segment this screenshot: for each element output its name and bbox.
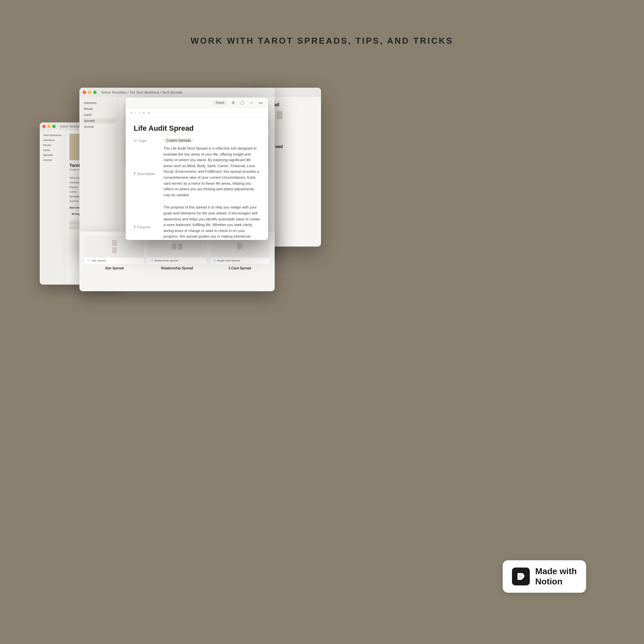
main-sidebar: Intentions Rituals Cards Spreads Journal (79, 97, 119, 250)
description-text: The Life Audit Tarot Spread is a reflect… (163, 146, 260, 198)
grid-icon[interactable]: ⊞ (230, 100, 236, 106)
notion-badge: Made with Notion (503, 560, 586, 593)
expand-dot[interactable] (52, 125, 56, 128)
nav-up-icon[interactable]: ∧ (143, 111, 145, 115)
nav-down-icon[interactable]: ∨ (148, 111, 150, 115)
modal-window: Share ⊞ 🕐 ☆ ••• ⤢ ‹ › ∧ ∨ Life Audit Spr… (126, 98, 268, 240)
sidebar-item-rituals[interactable]: Rituals (82, 106, 116, 112)
close-dot[interactable] (42, 125, 46, 128)
modal-page-title: Life Audit Spread (134, 124, 260, 133)
notion-logo-icon (512, 568, 530, 585)
sidebar-item-rituals[interactable]: Rituals (42, 143, 64, 147)
svg-rect-3 (519, 577, 522, 577)
single-card-spread-title: 1-Card Spread (210, 266, 269, 270)
document-icon: 📄 (87, 259, 91, 262)
type-label: 🏷 Type (134, 138, 163, 143)
text-icon: ¶ (134, 172, 136, 176)
description-label: ¶ Description (134, 146, 163, 202)
star-spread-label: Star Spread (92, 259, 106, 262)
clock-icon[interactable]: 🕐 (239, 100, 246, 106)
small-sidebar: Tarot Workbook Intentions Rituals Cards … (40, 130, 66, 285)
spread-dot (277, 111, 283, 119)
star-spread-info: 📄 Star Spread (85, 257, 144, 264)
badge-line2: Notion (535, 576, 577, 587)
star-dot (112, 240, 117, 246)
purpose-label: ¶ Purpose (134, 205, 163, 240)
minimize-dot[interactable] (47, 125, 51, 128)
type-value[interactable]: Custom Spreads (163, 138, 193, 143)
star-icon[interactable]: ☆ (248, 100, 255, 106)
sidebar-item-spreads[interactable]: Spreads (42, 153, 64, 157)
more-icon[interactable]: ••• (257, 100, 264, 106)
sidebar-item-journal[interactable]: Journal (82, 124, 116, 129)
star-spread-title: Star Spread (85, 266, 144, 270)
star-dots-row-2 (112, 247, 117, 253)
star-dots-row-1 (112, 240, 117, 246)
rel-dot (178, 244, 182, 250)
sidebar-item-intentions[interactable]: Intentions (82, 100, 116, 106)
document-icon: 📄 (150, 259, 153, 262)
expand-icon[interactable]: ⤢ (130, 111, 132, 115)
purpose-text: The purpose of this spread is to help yo… (163, 205, 260, 240)
text-icon: ¶ (134, 225, 136, 229)
sidebar-item-spreads[interactable]: Spreads (82, 118, 116, 123)
notion-spreads-window: 📄 Star Spread 📄 Relationship Spread (79, 232, 275, 291)
minimize-dot[interactable] (88, 91, 91, 94)
nav-forward-icon[interactable]: › (139, 111, 140, 115)
relationship-spread-info: 📄 Relationship Spread (147, 257, 207, 264)
star-spread-dots (112, 240, 117, 253)
document-icon: 📄 (213, 259, 216, 262)
relationship-spread-label: Relationship Spread (154, 259, 178, 262)
sidebar-item-journal[interactable]: Journal (42, 158, 64, 162)
single-dots (237, 244, 242, 250)
sidebar-item-intentions[interactable]: Intentions (42, 138, 64, 142)
badge-line1: Made with (535, 566, 577, 576)
type-property: 🏷 Type Custom Spreads (134, 138, 260, 143)
single-spread-label: Single Card Spread (217, 259, 240, 262)
svg-rect-2 (519, 576, 523, 576)
rel-dot (172, 244, 176, 250)
modal-toolbar: ⤢ ‹ › ∧ ∨ (126, 108, 268, 117)
nav-back-icon[interactable]: ‹ (135, 111, 136, 115)
relationship-dots (172, 244, 182, 250)
relationship-spread-title: Relationship Spread (147, 266, 207, 270)
close-dot[interactable] (83, 91, 86, 94)
modal-body: Life Audit Spread 🏷 Type Custom Spreads … (126, 117, 268, 240)
purpose-property: ¶ Purpose The purpose of this spread is … (134, 205, 260, 240)
sidebar-item-cards[interactable]: Cards (82, 112, 116, 117)
bottom-labels-row: Star Spread Relationship Spread 1-Card S… (85, 266, 269, 270)
sidebar-item-cards[interactable]: Cards (42, 148, 64, 152)
description-property: ¶ Description The Life Audit Tarot Sprea… (134, 146, 260, 202)
modal-titlebar: Share ⊞ 🕐 ☆ ••• (126, 98, 268, 108)
share-button[interactable]: Share (213, 100, 227, 105)
breadcrumb-main: Notion Templates / The Tarot Workbook / … (101, 91, 271, 94)
single-spread-info: 📄 Single Card Spread (210, 257, 269, 264)
single-dot (237, 244, 242, 250)
badge-text: Made with Notion (535, 566, 577, 587)
tag-icon: 🏷 (134, 139, 137, 143)
expand-dot[interactable] (93, 91, 97, 94)
titlebar-main: Notion Templates / The Tarot Workbook / … (79, 88, 275, 97)
sidebar-item-tarot-workbook[interactable]: Tarot Workbook (42, 133, 64, 137)
page-title: WORK WITH TAROT SPREADS, TIPS, AND TRICK… (0, 36, 644, 46)
star-dot (112, 247, 117, 253)
